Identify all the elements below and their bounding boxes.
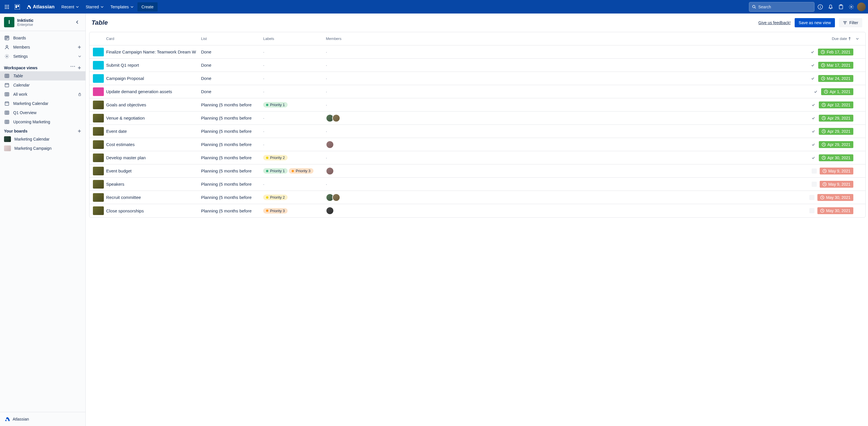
list-name[interactable]: Done <box>200 63 262 68</box>
due-checkbox[interactable] <box>811 116 816 121</box>
search-input[interactable] <box>758 5 811 9</box>
boards-add-icon[interactable] <box>78 129 82 133</box>
member-avatar[interactable] <box>326 140 334 149</box>
create-button[interactable]: Create <box>137 2 158 11</box>
due-badge[interactable]: May 30, 2021 <box>817 207 853 214</box>
list-name[interactable]: Planning (5 months before <box>200 182 262 187</box>
label-badge[interactable]: Priority 1 <box>263 168 288 174</box>
card-title[interactable]: Speakers <box>105 182 200 187</box>
view-item[interactable]: Q1 Overview <box>0 108 86 117</box>
member-avatar[interactable] <box>326 167 334 175</box>
card-title[interactable]: Event date <box>105 129 200 134</box>
apps-icon[interactable] <box>2 2 11 11</box>
due-checkbox[interactable] <box>811 102 816 107</box>
settings-chevron-icon[interactable] <box>78 55 82 58</box>
list-name[interactable]: Planning (5 months before <box>200 195 262 200</box>
members-stack[interactable] <box>326 207 381 215</box>
notification-icon[interactable] <box>826 2 835 11</box>
due-checkbox[interactable] <box>811 142 816 147</box>
list-name[interactable]: Planning (5 months before <box>200 116 262 121</box>
card-title[interactable]: Campaign Proposal <box>105 76 200 81</box>
trello-logo-icon[interactable] <box>13 2 22 11</box>
table-row[interactable]: Event budgetPlanning (5 months beforePri… <box>89 164 865 178</box>
nav-settings[interactable]: Settings <box>0 52 86 61</box>
due-checkbox[interactable] <box>810 63 815 68</box>
list-name[interactable]: Done <box>200 76 262 81</box>
due-badge[interactable]: May 9, 2021 <box>820 181 853 188</box>
due-checkbox[interactable] <box>812 182 817 187</box>
card-title[interactable]: Venue & negotiation <box>105 116 200 121</box>
due-checkbox[interactable] <box>810 76 815 81</box>
due-badge[interactable]: Feb 17, 2021 <box>818 48 853 56</box>
menu-starred[interactable]: Starred <box>83 2 106 11</box>
view-item[interactable]: Marketing Calendar <box>0 99 86 108</box>
list-name[interactable]: Planning (5 months before <box>200 129 262 134</box>
nav-members[interactable]: Members <box>0 42 86 52</box>
settings-icon[interactable] <box>847 2 856 11</box>
table-row[interactable]: Develop master planPlanning (5 months be… <box>89 151 865 164</box>
due-badge[interactable]: Apr 29, 2021 <box>819 115 853 122</box>
due-badge[interactable]: May 9, 2021 <box>820 168 853 174</box>
table-row[interactable]: Finalize Campaign Name: Teamwork Dream W… <box>89 45 865 59</box>
due-badge[interactable]: Apr 30, 2021 <box>819 154 853 161</box>
card-title[interactable]: Finalize Campaign Name: Teamwork Dream W <box>105 50 200 54</box>
due-checkbox[interactable] <box>811 155 816 160</box>
table-row[interactable]: Update demand generation assetsDone··Apr… <box>89 85 865 98</box>
col-menu[interactable] <box>855 37 863 40</box>
due-checkbox[interactable] <box>812 168 817 174</box>
list-name[interactable]: Planning (5 months before <box>200 142 262 147</box>
brand-link[interactable]: Atlassian <box>23 2 58 11</box>
col-card[interactable]: Card <box>105 36 200 41</box>
label-badge[interactable]: Priority 3 <box>289 168 313 174</box>
due-checkbox[interactable] <box>810 50 815 55</box>
table-row[interactable]: SpeakersPlanning (5 months before··May 9… <box>89 178 865 191</box>
due-checkbox[interactable] <box>813 89 818 94</box>
nav-boards[interactable]: Boards <box>0 33 86 42</box>
view-item[interactable]: All work <box>0 90 86 99</box>
due-badge[interactable]: Apr 29, 2021 <box>819 141 853 148</box>
member-avatar[interactable] <box>332 193 340 201</box>
table-row[interactable]: Submit Q1 reportDone··Mar 17, 2021 <box>89 59 865 72</box>
search-field[interactable] <box>749 2 814 12</box>
due-checkbox[interactable] <box>809 195 814 200</box>
members-stack[interactable] <box>326 114 381 122</box>
view-item[interactable]: Upcoming Marketing <box>0 117 86 127</box>
due-badge[interactable]: Mar 24, 2021 <box>818 75 854 82</box>
label-badge[interactable]: Priority 2 <box>263 155 288 160</box>
card-title[interactable]: Update demand generation assets <box>105 89 200 94</box>
list-name[interactable]: Planning (5 months before <box>200 102 262 107</box>
clipboard-icon[interactable] <box>836 2 845 11</box>
card-title[interactable]: Cost estimates <box>105 142 200 147</box>
member-avatar[interactable] <box>326 207 334 215</box>
info-icon[interactable] <box>816 2 825 11</box>
table-row[interactable]: Event datePlanning (5 months before··Apr… <box>89 125 865 138</box>
card-title[interactable]: Event budget <box>105 168 200 173</box>
sidebar-footer[interactable]: Atlassian <box>0 412 86 426</box>
views-more-icon[interactable] <box>70 66 75 70</box>
due-badge[interactable]: Mar 17, 2021 <box>818 62 854 69</box>
menu-recent[interactable]: Recent <box>59 2 82 11</box>
sidebar-collapse-button[interactable] <box>73 18 82 26</box>
board-item[interactable]: Marketing Campaign <box>0 144 86 153</box>
due-badge[interactable]: Apr 29, 2021 <box>819 128 853 135</box>
view-item[interactable]: Table <box>0 71 86 80</box>
label-badge[interactable]: Priority 3 <box>263 208 288 214</box>
list-name[interactable]: Done <box>200 89 262 94</box>
members-stack[interactable] <box>326 193 381 201</box>
save-view-button[interactable]: Save as new view <box>795 18 835 27</box>
card-title[interactable]: Goals and objectives <box>105 102 200 107</box>
user-avatar[interactable] <box>857 3 866 11</box>
members-stack[interactable] <box>326 167 381 175</box>
table-row[interactable]: Goals and objectivesPlanning (5 months b… <box>89 98 865 111</box>
card-title[interactable]: Recruit committee <box>105 195 200 200</box>
col-list[interactable]: List <box>200 36 262 41</box>
list-name[interactable]: Planning (5 months before <box>200 155 262 160</box>
label-badge[interactable]: Priority 2 <box>263 195 288 200</box>
due-checkbox[interactable] <box>809 208 814 213</box>
card-title[interactable]: Submit Q1 report <box>105 63 200 68</box>
col-labels[interactable]: Labels <box>262 36 325 41</box>
card-title[interactable]: Close sponsorships <box>105 208 200 213</box>
due-checkbox[interactable] <box>811 129 816 134</box>
table-row[interactable]: Cost estimatesPlanning (5 months before·… <box>89 138 865 151</box>
views-add-icon[interactable] <box>78 66 82 70</box>
